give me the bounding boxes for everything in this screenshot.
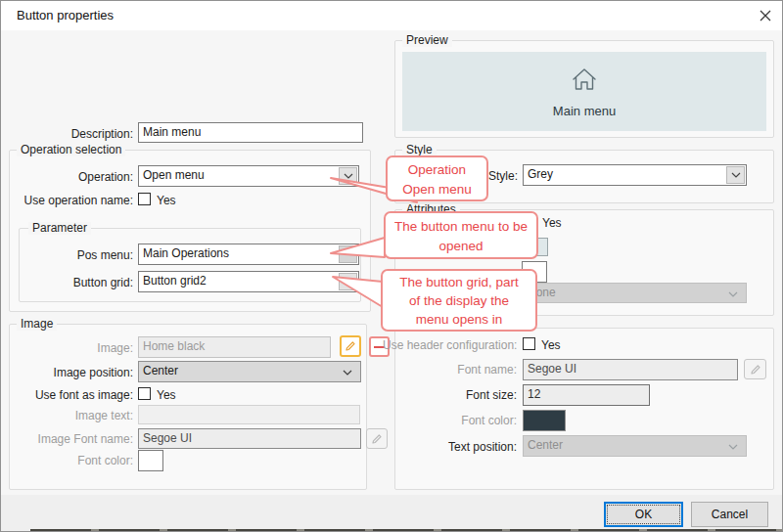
style-value: Grey [528, 167, 553, 181]
callout-operation: Operation Open menu [386, 155, 488, 201]
window-title: Button properties [17, 8, 114, 22]
image-font-name-label: Image Font name: [11, 432, 133, 446]
use-operation-name-label: Use operation name: [11, 194, 133, 207]
image-group-title: Image [17, 318, 57, 331]
font-size-input[interactable]: 12 [523, 384, 650, 406]
edit-image-font-button [366, 428, 388, 449]
preview-button: Main menu [402, 52, 766, 131]
callout-line: The button grid, part [383, 273, 535, 291]
callout-line: Open menu [388, 180, 486, 200]
attributes-dropdown: None [523, 283, 747, 303]
attributes-yes: Yes [542, 216, 562, 230]
use-operation-name-yes: Yes [157, 194, 176, 207]
text-position-value: Center [528, 438, 563, 452]
use-font-as-image-checkbox[interactable] [138, 387, 151, 400]
pos-menu-label: Pos menu: [21, 248, 133, 262]
titlebar: Button properties [1, 1, 782, 30]
operation-selection-title: Operation selection [17, 144, 125, 156]
text-position-combobox: Center [523, 435, 747, 457]
font-color-swatch[interactable] [138, 450, 163, 471]
description-label: Description: [16, 127, 133, 141]
image-text-label: Image text: [21, 409, 133, 422]
edit-image-button[interactable] [340, 335, 361, 357]
use-header-configuration-yes: Yes [541, 338, 561, 352]
callout-line: Operation [388, 160, 486, 180]
use-operation-name-checkbox[interactable] [138, 193, 151, 205]
use-font-as-image-label: Use font as image: [11, 388, 133, 402]
operation-label: Operation: [16, 170, 133, 184]
chevron-down-icon[interactable] [339, 273, 357, 290]
pos-menu-combobox[interactable]: Main Operations [138, 244, 359, 265]
chevron-down-icon[interactable] [726, 166, 745, 184]
image-label: Image: [21, 341, 133, 355]
use-header-configuration-label: Use header configuration: [383, 338, 517, 352]
operation-combobox[interactable]: Open menu [138, 165, 359, 187]
operation-value: Open menu [143, 168, 205, 182]
font-size-label: Font size: [419, 388, 517, 402]
preview-button-label: Main menu [553, 104, 616, 118]
cancel-button[interactable]: Cancel [691, 502, 768, 527]
use-font-as-image-yes: Yes [157, 388, 176, 402]
button-grid-label: Button grid: [21, 276, 133, 289]
callout-line: menu opens in [383, 310, 535, 329]
use-header-configuration-checkbox[interactable] [523, 337, 535, 350]
font-color-label: Font color: [21, 454, 133, 467]
image-text-input [138, 405, 360, 424]
image-font-name-input: Segoe UI [138, 428, 361, 449]
button-grid-combobox[interactable]: Button grid2 [138, 271, 359, 292]
chevron-down-icon [343, 370, 352, 376]
pencil-icon [750, 364, 761, 376]
preview-title: Preview [402, 34, 452, 47]
image-position-value: Center [143, 364, 178, 377]
font-name-input: Segoe UI [523, 359, 738, 380]
font-name-label: Font name: [419, 363, 517, 377]
parameter-title: Parameter [28, 222, 91, 235]
ok-button[interactable]: OK [604, 502, 683, 527]
chevron-down-icon [728, 291, 738, 297]
home-icon [568, 65, 601, 94]
callout-line: opened [386, 237, 536, 256]
image-position-combobox[interactable]: Center [138, 361, 361, 382]
pencil-icon [371, 433, 383, 445]
chevron-down-icon [728, 444, 738, 450]
callout-pos-menu: The button menu to be opened [384, 211, 538, 259]
button-properties-dialog: Button properties Description: Main menu… [0, 0, 783, 532]
pencil-icon [345, 340, 356, 352]
style-combobox[interactable]: Grey [523, 164, 747, 186]
button-grid-value: Button grid2 [143, 274, 207, 288]
pos-menu-value: Main Operations [143, 246, 229, 260]
description-input[interactable]: Main menu [138, 122, 363, 143]
callout-button-grid: The button grid, part of the display the… [381, 269, 537, 332]
chevron-down-icon[interactable] [339, 167, 357, 185]
text-position-label: Text position: [409, 440, 517, 454]
callout-line: of the display the [383, 291, 535, 310]
header-font-color-label: Font color: [419, 414, 517, 427]
image-position-label: Image position: [21, 366, 133, 379]
edit-font-name-button [744, 359, 766, 379]
pos-menu-dropdown-button[interactable] [339, 245, 357, 263]
image-input: Home black [138, 336, 331, 358]
header-font-color-swatch [523, 410, 566, 431]
callout-line: The button menu to be [386, 217, 536, 237]
close-icon[interactable] [753, 7, 778, 24]
